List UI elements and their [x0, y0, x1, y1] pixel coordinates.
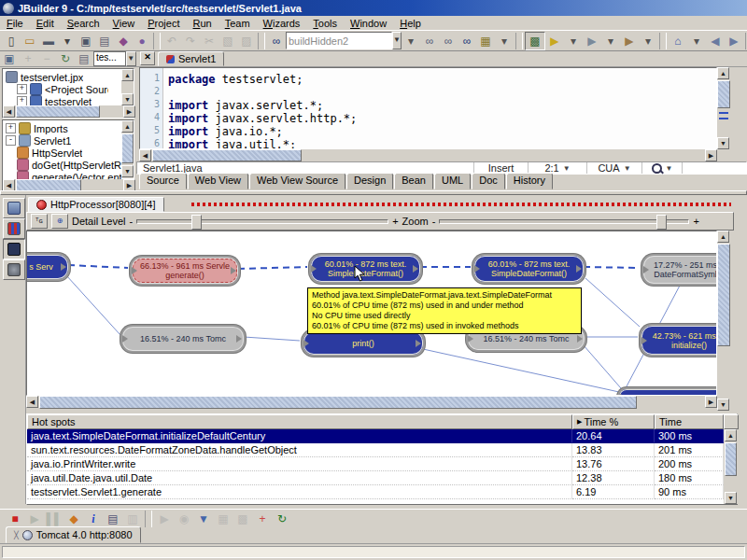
tab-doc[interactable]: Doc [472, 173, 505, 189]
hotspots-vscrollbar[interactable] [724, 429, 739, 504]
target-config-caret[interactable]: ▼ [392, 32, 402, 49]
open-file-icon[interactable]: ▭ [21, 33, 39, 49]
graph-view-button[interactable] [3, 239, 25, 259]
print-icon[interactable]: ▤ [95, 33, 114, 49]
hotspot-row[interactable]: java.io.PrintWriter.write13.76200 ms [27, 457, 724, 471]
report-button[interactable]: ▤ [104, 511, 122, 527]
zoom-plus-label[interactable]: + [693, 216, 698, 227]
tab-bean[interactable]: Bean [394, 173, 433, 189]
zoom-slider[interactable] [439, 219, 689, 224]
console-view-button[interactable] [3, 198, 25, 218]
tab-design[interactable]: Design [346, 173, 393, 189]
scroll-up-icon[interactable] [121, 69, 134, 81]
copy-icon[interactable]: ▧ [218, 33, 237, 49]
home-caret-icon[interactable]: ▾ [687, 33, 706, 49]
search-source-icon[interactable]: ∞ [420, 33, 439, 49]
redo-icon[interactable]: ↷ [181, 33, 200, 49]
zoom-minus-label[interactable]: - [432, 216, 436, 227]
search-again-icon[interactable]: ∞ [439, 33, 458, 49]
browse-classes-icon[interactable]: ▦ [476, 33, 495, 49]
editor-file-tab[interactable]: Servlet1 [158, 51, 224, 66]
graph-vscrollbar[interactable] [717, 231, 730, 411]
stop-button[interactable]: ■ [6, 511, 24, 527]
target-caret-icon[interactable]: ▾ [402, 33, 420, 49]
scroll-down-icon[interactable] [121, 165, 134, 177]
browse-caret-icon[interactable]: ▾ [495, 33, 514, 49]
target-config-combo[interactable] [286, 32, 392, 49]
refresh-project-icon[interactable]: ↻ [56, 50, 75, 67]
editor-hscrollbar[interactable] [139, 149, 717, 161]
make-project-icon[interactable]: ▩ [525, 32, 545, 50]
menu-view[interactable]: View [106, 17, 142, 30]
status-search[interactable]: ▼ [642, 162, 683, 174]
gc-button[interactable]: ▶ [155, 511, 174, 527]
graph-node-3[interactable]: 60.01% - 872 ms text.SimpleDateFormat() [472, 254, 585, 284]
graph-node-8[interactable]: 42.73% - 621 ms Siinitialize() [640, 324, 717, 357]
column-header-hotspots[interactable]: Hot spots [27, 414, 572, 429]
graph-node-0[interactable]: s Serv [26, 253, 70, 281]
status-keymap[interactable]: CUA▼ [587, 162, 642, 174]
cut-icon[interactable]: ✂ [200, 33, 218, 49]
expander-icon[interactable]: - [6, 135, 16, 146]
scroll-right-icon[interactable] [123, 105, 135, 118]
expander-icon[interactable]: + [6, 123, 16, 133]
add-watch-button[interactable]: + [253, 511, 272, 527]
layout-toggle-button[interactable]: ᵀɢ [31, 214, 48, 229]
tree-item[interactable]: HttpServlet [4, 147, 121, 159]
tracepoint-button[interactable]: ◆ [64, 511, 83, 527]
home-icon[interactable]: ⌂ [669, 33, 687, 49]
vscroll-thumb[interactable] [717, 80, 730, 108]
scroll-up-icon[interactable] [121, 120, 134, 133]
class-view-button[interactable]: ▩ [233, 511, 252, 527]
graph-node-1[interactable]: 66.13% - 961 ms Servlegenerate() [130, 256, 240, 286]
scroll-down-icon[interactable] [717, 399, 729, 411]
tree-item[interactable]: testservlet.jpx [4, 71, 108, 83]
tab-web-view-source[interactable]: Web View Source [249, 173, 345, 189]
graph-hscrollbar[interactable] [26, 396, 717, 409]
resume-button[interactable]: ▶ [25, 511, 44, 527]
title-bar[interactable]: JBuilder 9 - C:/tmp/testservlet/src/test… [0, 0, 747, 16]
run-caret-icon[interactable]: ▾ [564, 33, 583, 49]
scroll-left-icon[interactable] [3, 105, 15, 118]
menu-run[interactable]: Run [187, 17, 218, 30]
menu-team[interactable]: Team [218, 17, 257, 30]
column-header-time[interactable]: Time [655, 414, 724, 429]
menu-edit[interactable]: Edit [30, 17, 61, 30]
save-caret-icon[interactable]: ▾ [58, 33, 77, 49]
project-selector[interactable]: tes... [93, 51, 126, 66]
memory-view-button[interactable] [3, 259, 25, 280]
globe-button[interactable]: ⊕ [51, 214, 68, 229]
graph-node-4[interactable]: 17.27% - 251 ms teDateFormatSymbol [641, 254, 717, 286]
menu-wizards[interactable]: Wizards [257, 17, 307, 30]
scroll-left-icon[interactable] [26, 396, 38, 408]
hotspot-row[interactable]: java.util.Date.java.util.Date12.38180 ms [27, 471, 724, 485]
save-file-icon[interactable]: ▬ [39, 33, 58, 49]
session-tab[interactable]: HttpProcessor[8080][4] [28, 197, 164, 212]
info-button[interactable]: i [84, 511, 103, 527]
add-to-project-icon[interactable]: + [19, 50, 37, 67]
project-tree-vscrollbar[interactable] [121, 69, 134, 106]
debug-project-icon[interactable]: ▶ [583, 33, 601, 49]
scroll-up-icon[interactable] [725, 429, 737, 441]
scroll-down-icon[interactable] [121, 93, 134, 105]
vscroll-thumb[interactable] [725, 442, 737, 476]
deploy-icon[interactable]: ● [133, 33, 151, 49]
paste-icon[interactable]: ▨ [237, 33, 256, 49]
runtime-tab-tomcat[interactable]: ╳ Tomcat 4.0 http:8080 [6, 526, 141, 543]
find-class-button[interactable]: ◉ [175, 511, 193, 527]
vscroll-thumb[interactable] [121, 133, 134, 163]
call-graph-canvas[interactable]: s Serv66.13% - 961 ms Servlegenerate()60… [26, 231, 717, 396]
profile-project-icon[interactable]: ▶ [620, 33, 639, 49]
scroll-down-icon[interactable] [717, 137, 729, 149]
new-file-icon[interactable]: ▯ [2, 33, 21, 49]
scroll-down-icon[interactable] [725, 492, 737, 504]
cpu-profile-view-button[interactable] [3, 218, 25, 239]
refresh-views-button[interactable]: ↻ [273, 511, 291, 527]
menu-window[interactable]: Window [344, 17, 393, 30]
tab-history[interactable]: History [506, 173, 553, 189]
scroll-right-icon[interactable] [705, 149, 717, 161]
menu-project[interactable]: Project [141, 17, 186, 30]
heap-view-button[interactable]: ▦ [214, 511, 233, 527]
detail-plus-label[interactable]: + [392, 216, 398, 227]
vscroll-thumb[interactable] [717, 244, 730, 346]
